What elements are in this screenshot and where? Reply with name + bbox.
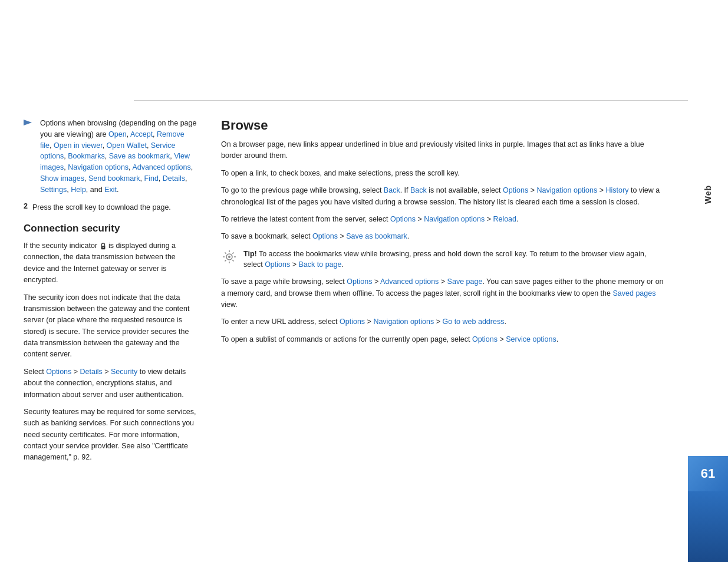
link-exit[interactable]: Exit — [104, 186, 117, 194]
link-options-service[interactable]: Options — [472, 335, 498, 343]
bullet-options-text: Options when browsing (depending on the … — [40, 118, 197, 195]
tip-box: Tip! To access the bookmarks view while … — [221, 249, 664, 271]
link-back[interactable]: Back — [384, 186, 400, 194]
tip-icon — [221, 249, 238, 265]
link-history[interactable]: History — [606, 186, 629, 194]
link-reload[interactable]: Reload — [493, 215, 516, 223]
connection-security-para2: The security icon does not indicate that… — [24, 292, 197, 361]
step-2-item: 2 Press the scroll key to download the p… — [24, 202, 197, 213]
svg-line-8 — [225, 252, 226, 253]
link-options-details[interactable]: Options — [46, 368, 71, 376]
connection-security-para1: If the security indicator is displayed d… — [24, 240, 197, 286]
link-security[interactable]: Security — [111, 368, 137, 376]
svg-marker-0 — [24, 120, 32, 125]
link-settings[interactable]: Settings — [40, 186, 67, 194]
tip-label: Tip! — [243, 250, 257, 258]
link-options-nav2[interactable]: Options — [390, 215, 416, 223]
browse-para8: To open a sublist of commands or actions… — [221, 334, 664, 345]
link-show-images[interactable]: Show images — [40, 174, 84, 183]
browse-para4: To retrieve the latest content from the … — [221, 214, 664, 225]
blue-accent-block — [688, 491, 728, 562]
page-container: Web 61 Options when browsing (depending … — [0, 0, 728, 562]
link-back-to-page[interactable]: Back to page — [298, 260, 341, 269]
link-options-save[interactable]: Options — [312, 232, 338, 240]
link-details-security[interactable]: Details — [80, 368, 103, 376]
page-number: 61 — [701, 466, 715, 481]
browse-para5: To save a bookmark, select Options > Sav… — [221, 231, 664, 242]
step-2-number: 2 — [24, 202, 28, 213]
link-help[interactable]: Help — [71, 186, 86, 194]
link-navigation-options3[interactable]: Navigation options — [424, 215, 485, 223]
main-content: Options when browsing (depending on the … — [0, 0, 688, 562]
link-open[interactable]: Open — [108, 130, 127, 138]
link-options-advanced[interactable]: Options — [347, 277, 372, 286]
connection-security-para4: Security features may be required for so… — [24, 406, 197, 464]
tip-text: Tip! To access the bookmarks view while … — [243, 249, 664, 271]
svg-line-11 — [225, 260, 226, 261]
link-bookmarks[interactable]: Bookmarks — [68, 152, 105, 160]
step-2-text: Press the scroll key to download the pag… — [32, 202, 171, 213]
browse-para6: To save a page while browsing, select Op… — [221, 276, 664, 310]
link-save-bookmark[interactable]: Save as bookmark — [109, 152, 170, 160]
link-save-page[interactable]: Save page — [447, 277, 483, 286]
right-sidebar: Web 61 — [688, 0, 728, 562]
right-column: Browse On a browser page, new links appe… — [221, 118, 664, 538]
link-details[interactable]: Details — [163, 174, 185, 183]
link-back2[interactable]: Back — [410, 186, 427, 194]
link-options-nav[interactable]: Options — [503, 186, 528, 194]
connection-security-para3: Select Options > Details > Security to v… — [24, 366, 197, 401]
browse-para7: To enter a new URL address, select Optio… — [221, 316, 664, 328]
link-send-bookmark[interactable]: Send bookmark — [88, 174, 140, 183]
svg-point-12 — [228, 256, 230, 258]
link-find[interactable]: Find — [144, 174, 159, 183]
arrow-icon — [24, 119, 34, 127]
svg-line-10 — [232, 252, 233, 253]
browse-heading: Browse — [221, 118, 664, 133]
bullet-item-options: Options when browsing (depending on the … — [24, 118, 197, 195]
svg-point-2 — [103, 247, 104, 248]
link-save-as-bookmark[interactable]: Save as bookmark — [346, 232, 407, 240]
link-service-options2[interactable]: Service options — [506, 335, 556, 343]
link-options-url[interactable]: Options — [340, 318, 365, 326]
link-go-to-web-address[interactable]: Go to web address — [442, 318, 504, 326]
link-navigation-options2[interactable]: Navigation options — [536, 186, 597, 194]
link-accept[interactable]: Accept — [130, 130, 153, 138]
web-label-container: Web — [688, 135, 728, 253]
link-navigation-options4[interactable]: Navigation options — [373, 318, 434, 326]
link-open-wallet[interactable]: Open Wallet — [107, 141, 147, 150]
link-open-viewer[interactable]: Open in viewer — [54, 141, 103, 150]
browse-para3: To go to the previous page while browsin… — [221, 185, 664, 208]
link-options-back-to-page[interactable]: Options — [265, 260, 290, 269]
link-navigation-options[interactable]: Navigation options — [68, 163, 129, 171]
link-advanced-options[interactable]: Advanced options — [132, 163, 190, 171]
connection-security-heading: Connection security — [24, 223, 197, 234]
link-saved-pages[interactable]: Saved pages — [612, 289, 655, 297]
lock-icon — [100, 243, 107, 250]
svg-line-9 — [232, 260, 233, 261]
link-advanced-options2[interactable]: Advanced options — [380, 277, 439, 286]
browse-para1: On a browser page, new links appear unde… — [221, 139, 664, 162]
left-column: Options when browsing (depending on the … — [24, 118, 197, 538]
browse-para2: To open a link, to check boxes, and make… — [221, 168, 664, 179]
page-number-box: 61 — [688, 456, 728, 491]
web-label: Web — [703, 185, 713, 204]
